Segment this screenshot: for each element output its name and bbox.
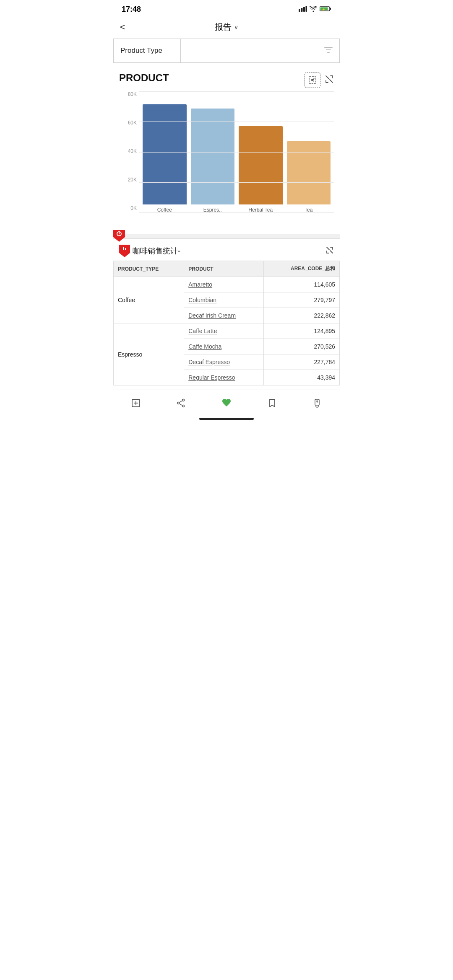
- bar-coffee: Coffee: [143, 104, 187, 213]
- col-area-code: AREA_CODE_总和: [264, 261, 340, 277]
- bar-espresso-rect: [191, 109, 235, 204]
- svg-text:⚡: ⚡: [322, 8, 325, 11]
- product-caffe-mocha[interactable]: Caffe Mocha: [184, 339, 264, 354]
- bar-tea-rect: [287, 141, 331, 204]
- y-label-20k: 20K: [119, 177, 137, 183]
- grid-line-80: [139, 91, 334, 92]
- home-bar: [199, 418, 254, 420]
- bar-tea-label: Tea: [305, 207, 312, 213]
- battery-icon: ⚡: [320, 5, 331, 14]
- bar-coffee-label: Coffee: [157, 207, 172, 213]
- y-label-60k: 60K: [119, 120, 137, 126]
- bar-tea: Tea: [287, 104, 331, 213]
- svg-rect-3: [306, 6, 307, 12]
- filter-bar: Product Type: [113, 39, 340, 63]
- svg-point-17: [182, 405, 185, 407]
- product-columbian[interactable]: Columbian: [184, 292, 264, 308]
- filter-icon: [323, 45, 333, 57]
- badge-area: [113, 230, 125, 242]
- bars-wrapper: Coffee Espres.. Herbal Tea Tea: [139, 104, 334, 213]
- section-actions: [305, 72, 334, 88]
- bar-herbaltea-rect: [239, 126, 283, 204]
- header-title: 报告 ∨: [215, 21, 238, 33]
- value-decaf-espresso: 227,784: [264, 354, 340, 370]
- svg-rect-5: [330, 8, 331, 10]
- select-mode-button[interactable]: [305, 72, 320, 88]
- table-header-row: PRODUCT_TYPE PRODUCT AREA_CODE_总和: [114, 261, 340, 277]
- bar-espresso: Espres..: [191, 104, 235, 213]
- nav-bookmark-button[interactable]: [261, 396, 283, 410]
- bar-coffee-rect: [143, 104, 187, 204]
- product-caffe-latte[interactable]: Caffe Latte: [184, 323, 264, 339]
- bottom-nav: [113, 390, 340, 414]
- svg-rect-13: [125, 248, 126, 250]
- table-row: Espresso Caffe Latte 124,895: [114, 323, 340, 339]
- table-expand-button[interactable]: [325, 246, 334, 256]
- chart-area: 0K 20K 40K 60K 80K Coffee Espres..: [119, 91, 334, 225]
- title-text: 报告: [215, 21, 232, 33]
- title-chevron[interactable]: ∨: [234, 24, 238, 31]
- y-axis: 0K 20K 40K 60K 80K: [119, 91, 137, 213]
- svg-point-16: [177, 402, 180, 404]
- table-container: PRODUCT_TYPE PRODUCT AREA_CODE_总和 Coffee…: [113, 261, 340, 385]
- bar-chart: 0K 20K 40K 60K 80K Coffee Espres..: [113, 91, 340, 234]
- y-label-40k: 40K: [119, 148, 137, 154]
- back-button[interactable]: <: [120, 22, 125, 33]
- product-section-header: PRODUCT: [113, 65, 340, 91]
- bar-herbaltea: Herbal Tea: [239, 104, 283, 213]
- value-regular-espresso: 43,394: [264, 370, 340, 385]
- value-caffe-mocha: 270,526: [264, 339, 340, 354]
- filter-input-area[interactable]: [181, 39, 339, 62]
- y-label-0k: 0K: [119, 205, 137, 211]
- svg-rect-2: [303, 7, 305, 12]
- svg-point-15: [182, 399, 185, 401]
- svg-rect-1: [301, 8, 303, 12]
- home-indicator: [113, 414, 340, 421]
- header: < 报告 ∨: [113, 17, 340, 39]
- wifi-icon: [310, 5, 317, 14]
- bar-espresso-label: Espres..: [203, 207, 222, 213]
- col-product: PRODUCT: [184, 261, 264, 277]
- value-amaretto: 114,605: [264, 277, 340, 292]
- table-section-header: 咖啡销售统计-: [113, 239, 340, 261]
- signal-icon: [299, 6, 307, 13]
- product-section-title: PRODUCT: [119, 72, 169, 84]
- col-product-type: PRODUCT_TYPE: [114, 261, 184, 277]
- status-time: 17:48: [122, 5, 141, 14]
- sales-table: PRODUCT_TYPE PRODUCT AREA_CODE_总和 Coffee…: [113, 261, 340, 385]
- y-label-80k: 80K: [119, 91, 137, 97]
- filter-label: Product Type: [114, 39, 181, 62]
- status-icons: ⚡: [299, 5, 331, 14]
- product-decaf-espresso[interactable]: Decaf Espresso: [184, 354, 264, 370]
- value-caffe-latte: 124,895: [264, 323, 340, 339]
- svg-point-11: [119, 235, 120, 235]
- table-title-area: 咖啡销售统计-: [119, 245, 180, 257]
- product-amaretto[interactable]: Amaretto: [184, 277, 264, 292]
- product-regular-espresso[interactable]: Regular Espresso: [184, 370, 264, 385]
- red-triangle-badge: [113, 230, 125, 242]
- value-columbian: 279,797: [264, 292, 340, 308]
- type-coffee: Coffee: [114, 277, 184, 323]
- bar-herbaltea-label: Herbal Tea: [248, 207, 273, 213]
- svg-rect-0: [299, 9, 300, 12]
- nav-share-button[interactable]: [170, 396, 192, 410]
- svg-rect-12: [123, 247, 124, 250]
- status-bar: 17:48 ⚡: [113, 0, 340, 17]
- nav-edit-button[interactable]: [125, 396, 147, 410]
- table-section-title: 咖啡销售统计-: [133, 246, 180, 256]
- nav-power-button[interactable]: [306, 396, 328, 410]
- type-espresso: Espresso: [114, 323, 184, 385]
- table-row: Coffee Amaretto 114,605: [114, 277, 340, 292]
- expand-chart-button[interactable]: [325, 72, 334, 88]
- value-decaf-irish-cream: 222,862: [264, 308, 340, 323]
- table-badge: [119, 245, 130, 257]
- product-decaf-irish-cream[interactable]: Decaf Irish Cream: [184, 308, 264, 323]
- nav-favorite-button[interactable]: [215, 396, 238, 410]
- section-divider: [113, 234, 340, 239]
